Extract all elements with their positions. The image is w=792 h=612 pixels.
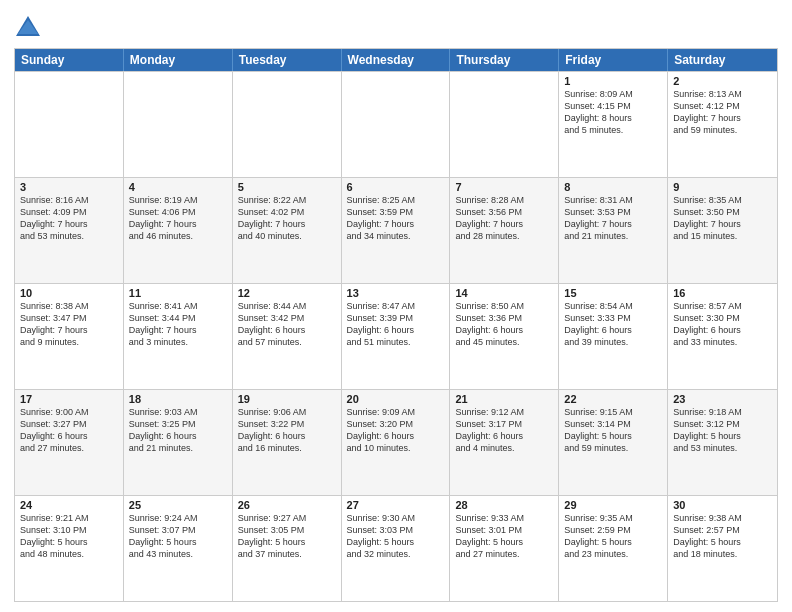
calendar-row-3: 17Sunrise: 9:00 AM Sunset: 3:27 PM Dayli… — [15, 389, 777, 495]
day-info: Sunrise: 9:35 AM Sunset: 2:59 PM Dayligh… — [564, 512, 662, 561]
svg-marker-1 — [18, 20, 38, 34]
day-number: 26 — [238, 499, 336, 511]
calendar-cell-r3-c6: 23Sunrise: 9:18 AM Sunset: 3:12 PM Dayli… — [668, 390, 777, 495]
day-info: Sunrise: 8:19 AM Sunset: 4:06 PM Dayligh… — [129, 194, 227, 243]
day-number: 18 — [129, 393, 227, 405]
calendar-cell-r1-c4: 7Sunrise: 8:28 AM Sunset: 3:56 PM Daylig… — [450, 178, 559, 283]
calendar-cell-r4-c2: 26Sunrise: 9:27 AM Sunset: 3:05 PM Dayli… — [233, 496, 342, 601]
calendar-cell-r1-c2: 5Sunrise: 8:22 AM Sunset: 4:02 PM Daylig… — [233, 178, 342, 283]
header-cell-tuesday: Tuesday — [233, 49, 342, 71]
calendar-row-2: 10Sunrise: 8:38 AM Sunset: 3:47 PM Dayli… — [15, 283, 777, 389]
day-number: 11 — [129, 287, 227, 299]
header — [14, 10, 778, 42]
day-info: Sunrise: 9:15 AM Sunset: 3:14 PM Dayligh… — [564, 406, 662, 455]
day-info: Sunrise: 8:38 AM Sunset: 3:47 PM Dayligh… — [20, 300, 118, 349]
day-info: Sunrise: 9:00 AM Sunset: 3:27 PM Dayligh… — [20, 406, 118, 455]
day-info: Sunrise: 9:27 AM Sunset: 3:05 PM Dayligh… — [238, 512, 336, 561]
day-number: 4 — [129, 181, 227, 193]
day-number: 15 — [564, 287, 662, 299]
day-info: Sunrise: 8:35 AM Sunset: 3:50 PM Dayligh… — [673, 194, 772, 243]
day-number: 14 — [455, 287, 553, 299]
calendar-cell-r0-c6: 2Sunrise: 8:13 AM Sunset: 4:12 PM Daylig… — [668, 72, 777, 177]
day-info: Sunrise: 8:25 AM Sunset: 3:59 PM Dayligh… — [347, 194, 445, 243]
day-number: 10 — [20, 287, 118, 299]
day-number: 28 — [455, 499, 553, 511]
day-number: 27 — [347, 499, 445, 511]
calendar-cell-r2-c0: 10Sunrise: 8:38 AM Sunset: 3:47 PM Dayli… — [15, 284, 124, 389]
day-number: 24 — [20, 499, 118, 511]
day-info: Sunrise: 9:38 AM Sunset: 2:57 PM Dayligh… — [673, 512, 772, 561]
calendar-cell-r2-c5: 15Sunrise: 8:54 AM Sunset: 3:33 PM Dayli… — [559, 284, 668, 389]
day-info: Sunrise: 9:18 AM Sunset: 3:12 PM Dayligh… — [673, 406, 772, 455]
day-info: Sunrise: 9:09 AM Sunset: 3:20 PM Dayligh… — [347, 406, 445, 455]
day-info: Sunrise: 8:28 AM Sunset: 3:56 PM Dayligh… — [455, 194, 553, 243]
calendar-cell-r2-c6: 16Sunrise: 8:57 AM Sunset: 3:30 PM Dayli… — [668, 284, 777, 389]
header-cell-friday: Friday — [559, 49, 668, 71]
calendar-cell-r2-c3: 13Sunrise: 8:47 AM Sunset: 3:39 PM Dayli… — [342, 284, 451, 389]
day-number: 12 — [238, 287, 336, 299]
day-number: 6 — [347, 181, 445, 193]
day-info: Sunrise: 8:44 AM Sunset: 3:42 PM Dayligh… — [238, 300, 336, 349]
day-info: Sunrise: 8:54 AM Sunset: 3:33 PM Dayligh… — [564, 300, 662, 349]
calendar-cell-r3-c5: 22Sunrise: 9:15 AM Sunset: 3:14 PM Dayli… — [559, 390, 668, 495]
day-info: Sunrise: 8:13 AM Sunset: 4:12 PM Dayligh… — [673, 88, 772, 137]
calendar-cell-r4-c1: 25Sunrise: 9:24 AM Sunset: 3:07 PM Dayli… — [124, 496, 233, 601]
calendar-cell-r4-c6: 30Sunrise: 9:38 AM Sunset: 2:57 PM Dayli… — [668, 496, 777, 601]
page: SundayMondayTuesdayWednesdayThursdayFrid… — [0, 0, 792, 612]
header-cell-monday: Monday — [124, 49, 233, 71]
day-number: 2 — [673, 75, 772, 87]
day-info: Sunrise: 9:21 AM Sunset: 3:10 PM Dayligh… — [20, 512, 118, 561]
logo-icon — [14, 14, 42, 42]
calendar: SundayMondayTuesdayWednesdayThursdayFrid… — [14, 48, 778, 602]
day-info: Sunrise: 8:09 AM Sunset: 4:15 PM Dayligh… — [564, 88, 662, 137]
day-number: 25 — [129, 499, 227, 511]
day-info: Sunrise: 9:12 AM Sunset: 3:17 PM Dayligh… — [455, 406, 553, 455]
calendar-cell-r0-c0 — [15, 72, 124, 177]
day-number: 23 — [673, 393, 772, 405]
day-info: Sunrise: 8:16 AM Sunset: 4:09 PM Dayligh… — [20, 194, 118, 243]
day-number: 7 — [455, 181, 553, 193]
day-info: Sunrise: 8:31 AM Sunset: 3:53 PM Dayligh… — [564, 194, 662, 243]
calendar-cell-r3-c3: 20Sunrise: 9:09 AM Sunset: 3:20 PM Dayli… — [342, 390, 451, 495]
calendar-cell-r4-c4: 28Sunrise: 9:33 AM Sunset: 3:01 PM Dayli… — [450, 496, 559, 601]
day-number: 21 — [455, 393, 553, 405]
day-info: Sunrise: 8:47 AM Sunset: 3:39 PM Dayligh… — [347, 300, 445, 349]
day-number: 20 — [347, 393, 445, 405]
calendar-row-4: 24Sunrise: 9:21 AM Sunset: 3:10 PM Dayli… — [15, 495, 777, 601]
day-info: Sunrise: 8:41 AM Sunset: 3:44 PM Dayligh… — [129, 300, 227, 349]
calendar-cell-r1-c6: 9Sunrise: 8:35 AM Sunset: 3:50 PM Daylig… — [668, 178, 777, 283]
logo — [14, 14, 46, 42]
header-cell-wednesday: Wednesday — [342, 49, 451, 71]
calendar-cell-r3-c4: 21Sunrise: 9:12 AM Sunset: 3:17 PM Dayli… — [450, 390, 559, 495]
calendar-cell-r1-c5: 8Sunrise: 8:31 AM Sunset: 3:53 PM Daylig… — [559, 178, 668, 283]
calendar-cell-r1-c3: 6Sunrise: 8:25 AM Sunset: 3:59 PM Daylig… — [342, 178, 451, 283]
day-number: 8 — [564, 181, 662, 193]
calendar-cell-r1-c1: 4Sunrise: 8:19 AM Sunset: 4:06 PM Daylig… — [124, 178, 233, 283]
calendar-row-1: 3Sunrise: 8:16 AM Sunset: 4:09 PM Daylig… — [15, 177, 777, 283]
day-number: 9 — [673, 181, 772, 193]
day-number: 29 — [564, 499, 662, 511]
calendar-cell-r0-c3 — [342, 72, 451, 177]
calendar-row-0: 1Sunrise: 8:09 AM Sunset: 4:15 PM Daylig… — [15, 71, 777, 177]
calendar-cell-r3-c0: 17Sunrise: 9:00 AM Sunset: 3:27 PM Dayli… — [15, 390, 124, 495]
day-info: Sunrise: 8:22 AM Sunset: 4:02 PM Dayligh… — [238, 194, 336, 243]
day-info: Sunrise: 9:06 AM Sunset: 3:22 PM Dayligh… — [238, 406, 336, 455]
header-cell-saturday: Saturday — [668, 49, 777, 71]
calendar-cell-r4-c0: 24Sunrise: 9:21 AM Sunset: 3:10 PM Dayli… — [15, 496, 124, 601]
header-cell-sunday: Sunday — [15, 49, 124, 71]
calendar-cell-r2-c2: 12Sunrise: 8:44 AM Sunset: 3:42 PM Dayli… — [233, 284, 342, 389]
day-number: 22 — [564, 393, 662, 405]
day-number: 1 — [564, 75, 662, 87]
day-number: 5 — [238, 181, 336, 193]
calendar-cell-r0-c2 — [233, 72, 342, 177]
calendar-cell-r0-c5: 1Sunrise: 8:09 AM Sunset: 4:15 PM Daylig… — [559, 72, 668, 177]
calendar-cell-r4-c5: 29Sunrise: 9:35 AM Sunset: 2:59 PM Dayli… — [559, 496, 668, 601]
day-info: Sunrise: 9:24 AM Sunset: 3:07 PM Dayligh… — [129, 512, 227, 561]
day-number: 16 — [673, 287, 772, 299]
day-info: Sunrise: 9:33 AM Sunset: 3:01 PM Dayligh… — [455, 512, 553, 561]
calendar-header: SundayMondayTuesdayWednesdayThursdayFrid… — [15, 49, 777, 71]
calendar-cell-r0-c4 — [450, 72, 559, 177]
header-cell-thursday: Thursday — [450, 49, 559, 71]
day-number: 17 — [20, 393, 118, 405]
day-number: 19 — [238, 393, 336, 405]
